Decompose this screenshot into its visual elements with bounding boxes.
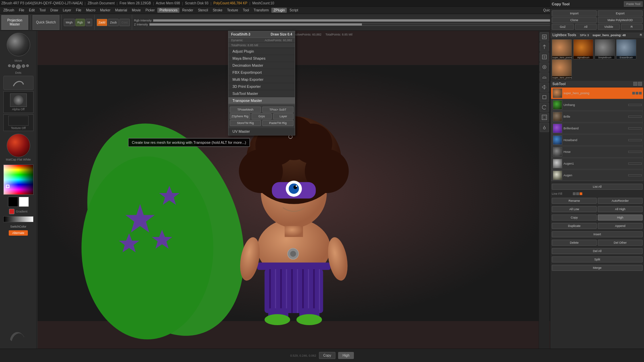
menu-render[interactable]: Render <box>180 8 195 13</box>
store-tm-btn[interactable]: StoreTM Rig <box>230 120 261 126</box>
3dprint-item[interactable]: 3D Print Exporter <box>228 83 295 90</box>
thumb-eraser-brush[interactable]: EraserBrush <box>616 39 636 59</box>
subtool-item-brille[interactable]: Brille <box>551 111 643 122</box>
menu-draw[interactable]: Draw <box>48 8 60 13</box>
insert-btn[interactable]: Insert <box>552 231 643 237</box>
rgb-btn[interactable]: Rgb <box>75 19 85 26</box>
black-swatch[interactable] <box>8 197 18 207</box>
subtool-master-item[interactable]: SubTool Master <box>228 90 295 97</box>
side-lightbox-btn[interactable] <box>540 32 549 42</box>
side-allshow-btn[interactable] <box>540 62 549 72</box>
menu-zbrush[interactable]: ZBrush <box>1 8 16 13</box>
thumb-alpha-brush[interactable]: AlphaBrush <box>573 39 593 59</box>
menu-tool[interactable]: Tool <box>38 8 48 13</box>
all-low-btn[interactable]: All Low <box>552 206 597 212</box>
alpha-btn[interactable]: Alpha Off <box>3 91 34 113</box>
subtool-item-brillenband[interactable]: Brillenband <box>551 123 643 134</box>
menu-file2[interactable]: File <box>74 8 83 13</box>
zsphere-rig-btn[interactable]: ZSphere Rig <box>230 113 250 119</box>
quick-sketch-btn[interactable]: Quick Sketch <box>33 15 59 30</box>
copy-bottom-btn[interactable]: Copy <box>319 352 335 359</box>
thumb-super-hero[interactable]: super_hero_posing <box>552 39 572 59</box>
decimation-master-item[interactable]: Decimation Master <box>228 62 295 69</box>
rename-btn[interactable]: Rename <box>552 198 597 204</box>
subtool-settings-btn[interactable] <box>638 82 642 86</box>
side-temp-btn[interactable] <box>540 123 549 132</box>
adjust-plugin-item[interactable]: Adjust Plugin <box>228 48 295 55</box>
side-scale2-btn[interactable] <box>540 93 549 102</box>
menu-preferences[interactable]: Preferences <box>157 8 179 13</box>
split-btn[interactable]: Split <box>552 256 643 262</box>
append-btn[interactable]: Append <box>598 223 643 229</box>
paste-tm-btn[interactable]: PasteTM Rig <box>262 120 293 126</box>
make-polymesh-btn[interactable]: Make PolyMesh3D <box>598 17 643 23</box>
subtool-item-hose[interactable]: Hose <box>551 146 643 158</box>
side-scroll-btn[interactable] <box>540 42 549 52</box>
high-btn[interactable]: High <box>598 215 643 221</box>
zsub-btn[interactable]: Zsub <box>108 19 119 26</box>
side-rotate2-btn[interactable] <box>540 103 549 112</box>
menu-stroke[interactable]: Stroke <box>211 8 224 13</box>
menu-tool2[interactable]: Tool <box>241 8 251 13</box>
subtool-item-hero[interactable]: super_hero_posing <box>551 87 643 99</box>
multi-map-item[interactable]: Multi Map Exporter <box>228 76 295 83</box>
del-all-btn[interactable]: Del All <box>552 248 643 254</box>
goz-btn[interactable]: GoZ <box>552 24 574 30</box>
thumb-super-hero2[interactable]: super_hero_posing <box>552 59 572 79</box>
m-btn[interactable]: M <box>86 19 92 26</box>
thumb-simple-brush[interactable]: SimpleBrush <box>595 39 615 59</box>
menu-zplugin[interactable]: ZPlugin <box>271 8 287 13</box>
menu-marker[interactable]: Marker <box>98 8 112 13</box>
brush-preview[interactable] <box>7 33 30 56</box>
gradient-bar[interactable] <box>3 216 34 222</box>
side-frame-btn[interactable] <box>540 113 549 122</box>
all-high-btn[interactable]: All High <box>598 206 643 212</box>
duplicate-btn[interactable]: Duplicate <box>552 223 597 229</box>
menu-stencil[interactable]: Stencil <box>196 8 210 13</box>
uv-master-item[interactable]: UV Master <box>228 128 295 135</box>
merge-btn[interactable]: Merge <box>552 265 643 271</box>
subtool-item-augen1[interactable]: Augen1 <box>551 158 643 169</box>
menu-edit[interactable]: Edit <box>27 8 37 13</box>
menu-macro[interactable]: Macro <box>84 8 97 13</box>
menu-layer[interactable]: Layer <box>61 8 73 13</box>
zadd-btn[interactable]: Zadd <box>97 19 108 26</box>
menu-movie[interactable]: Movie <box>130 8 143 13</box>
export-btn[interactable]: Export <box>598 10 643 16</box>
stroke-btn[interactable] <box>3 76 34 90</box>
texture-btn[interactable]: Texture Off <box>3 114 34 131</box>
side-floor-btn[interactable] <box>540 72 549 82</box>
del-other-btn[interactable]: Del Other <box>598 240 643 246</box>
material-preview[interactable] <box>7 134 30 157</box>
high-bottom-btn[interactable]: High <box>338 352 354 359</box>
side-zoom-btn[interactable] <box>540 52 549 62</box>
subtool-item-hoseband[interactable]: Hoseband <box>551 134 643 146</box>
r-btn[interactable]: R <box>621 24 643 30</box>
list-all-btn[interactable]: List All <box>552 184 643 190</box>
maya-blend-item[interactable]: Maya Blend Shapes <box>228 55 295 62</box>
subtool-expand-btn[interactable] <box>633 82 637 86</box>
copy-sub-btn[interactable]: Copy <box>552 215 597 221</box>
import-btn[interactable]: Import <box>552 10 597 16</box>
subtool-item-umhang[interactable]: Umhang <box>551 99 643 111</box>
menu-file[interactable]: File <box>17 8 26 13</box>
menu-material[interactable]: Material <box>113 8 129 13</box>
all-btn[interactable]: All <box>575 24 597 30</box>
menu-texture[interactable]: Texture <box>225 8 240 13</box>
subtool-item-augen[interactable]: Augen <box>551 170 643 181</box>
transpose-master-item[interactable]: Transpose Master <box>228 97 295 104</box>
clone-btn[interactable]: Clone <box>552 17 597 23</box>
menu-transform[interactable]: Transform <box>252 8 271 13</box>
menu-picker[interactable]: Picker <box>144 8 157 13</box>
auto-reorder-btn[interactable]: AutoReorder <box>598 198 643 204</box>
menu-script[interactable]: Script <box>287 8 300 13</box>
projection-master-btn[interactable]: Projection Master <box>1 15 28 30</box>
color-picker[interactable] <box>3 165 34 195</box>
tpose-subt-btn[interactable]: TPos> SubT <box>262 107 293 113</box>
paste-tool-btn[interactable]: Paste Tool <box>624 1 643 7</box>
fbx-export-item[interactable]: FBX ExportImport <box>228 69 295 76</box>
side-move-btn[interactable] <box>540 82 549 92</box>
white-swatch[interactable] <box>19 197 29 207</box>
delete-btn[interactable]: Delete <box>552 240 597 246</box>
tpose-mesh-btn[interactable]: TPoseMesh <box>230 107 261 113</box>
